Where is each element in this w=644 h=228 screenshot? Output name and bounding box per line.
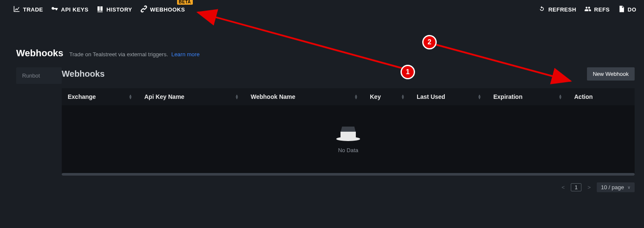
- col-lastused[interactable]: Last Used▲▼: [411, 88, 487, 105]
- users-icon: [584, 5, 592, 14]
- side-tab-runbot[interactable]: Runbot: [16, 67, 62, 84]
- nav-do-label: DO: [628, 6, 637, 13]
- chevron-down-icon: ∨: [627, 185, 630, 190]
- book-icon: [96, 5, 104, 14]
- sort-icon: ▲▼: [558, 94, 562, 99]
- sort-icon: ▲▼: [235, 94, 239, 99]
- col-webhookname[interactable]: Webhook Name▲▼: [245, 88, 364, 105]
- nav-history-label: HISTORY: [106, 6, 132, 13]
- col-webhookname-label: Webhook Name: [251, 93, 295, 100]
- nav-webhooks[interactable]: WEBHOOKS BETA: [140, 5, 185, 14]
- section-header: Webhooks New Webhook: [62, 67, 635, 81]
- pager-current[interactable]: 1: [571, 183, 581, 191]
- col-exchange-label: Exchange: [68, 93, 96, 100]
- new-webhook-button[interactable]: New Webhook: [587, 67, 635, 81]
- sort-icon: ▲▼: [354, 94, 358, 99]
- pagination: < 1 > 10 / page ∨: [62, 182, 635, 192]
- refresh-icon: [538, 5, 546, 14]
- pager-next[interactable]: >: [586, 183, 592, 191]
- table-header-row: Exchange▲▼ Api Key Name▲▼ Webhook Name▲▼…: [62, 88, 635, 105]
- top-navigation: TRADE API KEYS HISTORY WEBHOOKS BETA: [0, 0, 644, 19]
- col-action-label: Action: [574, 93, 593, 100]
- empty-text: No Data: [62, 147, 635, 153]
- pager-prev[interactable]: <: [560, 183, 567, 191]
- main-column: Webhooks New Webhook Exchange▲▼ Api Key …: [62, 67, 644, 192]
- page-header: Webhooks Trade on Tealstreet via externa…: [0, 19, 644, 59]
- pager-size-select[interactable]: 10 / page ∨: [597, 182, 635, 192]
- col-exchange[interactable]: Exchange▲▼: [62, 88, 138, 105]
- nav-refresh-label: REFRESH: [548, 6, 576, 13]
- section-title: Webhooks: [62, 69, 105, 79]
- col-key-label: Key: [370, 93, 381, 100]
- doc-icon: [618, 5, 625, 14]
- col-action: Action: [568, 88, 635, 105]
- page-subtitle-text: Trade on Tealstreet via external trigger…: [69, 51, 168, 58]
- link-icon: [140, 5, 148, 14]
- sort-icon: ▲▼: [401, 94, 405, 99]
- col-expiration-label: Expiration: [493, 93, 522, 100]
- col-apikeyname[interactable]: Api Key Name▲▼: [138, 88, 245, 105]
- nav-refs[interactable]: REFS: [584, 5, 610, 14]
- nav-history[interactable]: HISTORY: [96, 5, 132, 14]
- key-icon: [51, 5, 58, 14]
- body-row: Runbot Webhooks New Webhook Exchange▲▼ A…: [0, 67, 644, 192]
- nav-apikeys[interactable]: API KEYS: [51, 5, 89, 14]
- table-empty-row: No Data: [62, 105, 635, 170]
- sort-icon: ▲▼: [478, 94, 481, 99]
- nav-apikeys-label: API KEYS: [61, 6, 89, 13]
- page-title: Webhooks: [16, 48, 63, 59]
- nav-refs-label: REFS: [594, 6, 610, 13]
- beta-badge: BETA: [177, 0, 192, 5]
- nav-trade[interactable]: TRADE: [13, 5, 43, 14]
- page-subtitle: Trade on Tealstreet via external trigger…: [69, 51, 200, 58]
- side-tabs: Runbot: [0, 67, 62, 192]
- nav-do[interactable]: DO: [618, 5, 637, 14]
- col-apikeyname-label: Api Key Name: [144, 93, 184, 100]
- webhooks-table: Exchange▲▼ Api Key Name▲▼ Webhook Name▲▼…: [62, 88, 635, 170]
- sort-icon: ▲▼: [129, 94, 132, 99]
- nav-right-group: REFRESH REFS DO: [538, 5, 636, 14]
- pager-size-label: 10 / page: [601, 184, 624, 190]
- nav-webhooks-label: WEBHOOKS: [150, 6, 185, 13]
- col-lastused-label: Last Used: [417, 93, 445, 100]
- empty-icon: [338, 127, 359, 144]
- col-key[interactable]: Key▲▼: [364, 88, 411, 105]
- chart-icon: [13, 5, 20, 14]
- col-expiration[interactable]: Expiration▲▼: [487, 88, 568, 105]
- empty-cell: No Data: [62, 105, 635, 170]
- table-scrollbar[interactable]: [62, 173, 635, 176]
- nav-trade-label: TRADE: [23, 6, 43, 13]
- learn-more-link[interactable]: Learn more: [171, 51, 199, 58]
- nav-refresh[interactable]: REFRESH: [538, 5, 576, 14]
- nav-left-group: TRADE API KEYS HISTORY WEBHOOKS BETA: [13, 5, 185, 14]
- webhooks-table-wrap: Exchange▲▼ Api Key Name▲▼ Webhook Name▲▼…: [62, 88, 635, 176]
